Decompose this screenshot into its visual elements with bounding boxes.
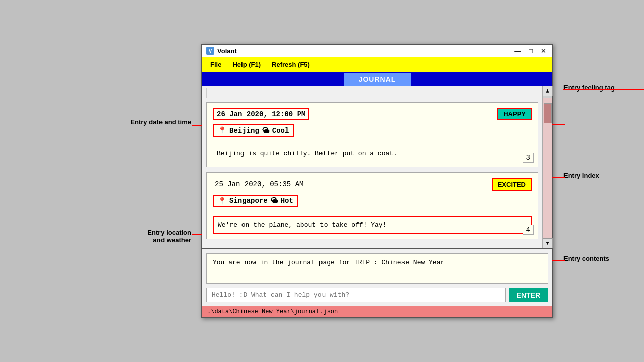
chat-input[interactable] [206,288,506,302]
entry-1-datetime: 26 Jan 2020, 12:00 PM [213,108,309,120]
arrow-date [192,125,202,126]
entry-2-datetime: 25 Jan 2020, 05:35 AM [213,179,305,189]
scroll-down-button[interactable]: ▼ [543,238,553,248]
arrow-location [192,234,202,235]
menu-bar: File Help (F1) Refresh (F5) [202,57,552,73]
entry-card-2: 25 Jan 2020, 05:35 AM EXCITED 📍 Singapor… [206,172,538,240]
close-button[interactable]: ✕ [539,47,548,55]
annotation-contents: Entry contents [564,255,644,262]
menu-help[interactable]: Help (F1) [227,59,266,70]
tab-journal[interactable]: JOURNAL [344,73,412,86]
scrollbar[interactable]: ▲ [542,86,552,98]
status-text: You are now in the journal page for TRIP… [213,259,444,266]
main-window: V Volant — □ ✕ File Help (F1) Refresh (F… [201,44,553,318]
entry-2-header: 25 Jan 2020, 05:35 AM EXCITED [213,178,532,191]
entry-2-feeling: EXCITED [492,178,532,191]
menu-file[interactable]: File [205,59,226,70]
annotation-date-time: Entry date and time [96,118,191,126]
arrow-feeling-h [564,89,644,90]
pin-icon-1: 📍 [218,126,226,135]
annotation-feeling-tag: Entry feeling tag [564,84,644,92]
entry-2-text: We're on the plane, about to take off! Y… [213,216,532,234]
content-area: 26 Jan 2020, 12:00 PM HAPPY 📍 Beijing 🌥 … [202,98,552,248]
scroll-track [543,98,552,238]
app-icon: V [206,47,214,55]
scrollbar-right[interactable]: ▼ [542,98,552,248]
annotation-location: Entry locationand weather [86,229,191,244]
entry-1-location: 📍 Beijing 🌥 Cool [213,124,294,137]
entry-1-location-row: 📍 Beijing 🌥 Cool [213,124,532,141]
path-bar: .\data\Chinese New Year\journal.json [202,306,552,317]
entry-2-location: 📍 Singapore 🌥 Hot [213,195,298,207]
weather-icon-1: 🌥 [262,127,269,135]
scroll-top-bar [206,88,538,98]
entry-1-header: 26 Jan 2020, 12:00 PM HAPPY [213,108,532,120]
entry-2-location-row: 📍 Singapore 🌥 Hot [213,195,532,211]
arrow-index [552,177,565,178]
input-row: ENTER [206,288,548,302]
entries-list: 26 Jan 2020, 12:00 PM HAPPY 📍 Beijing 🌥 … [202,98,542,248]
bottom-section: You are now in the journal page for TRIP… [202,248,552,317]
enter-button[interactable]: ENTER [509,288,548,302]
annotation-index: Entry index [564,172,644,179]
scroll-thumb[interactable] [544,103,552,123]
pin-icon-2: 📍 [218,197,226,205]
menu-refresh[interactable]: Refresh (F5) [267,59,315,70]
entry-2-index: 4 [523,225,534,235]
weather-icon-2: 🌥 [271,197,278,205]
entry-card-1: 26 Jan 2020, 12:00 PM HAPPY 📍 Beijing 🌥 … [206,102,538,167]
minimize-button[interactable]: — [512,47,523,55]
window-title: Volant [217,47,237,55]
title-bar-left: V Volant [206,47,237,55]
entry-1-index: 3 [523,153,534,163]
status-box: You are now in the journal page for TRIP… [206,253,548,284]
maximize-button[interactable]: □ [527,47,535,55]
arrow-contents [552,260,565,261]
window-controls: — □ ✕ [512,47,548,55]
arrow-feeling [552,124,565,125]
file-path: .\data\Chinese New Year\journal.json [207,308,338,315]
scroll-up-button[interactable]: ▲ [543,86,553,96]
entry-1-feeling: HAPPY [497,108,532,120]
title-bar: V Volant — □ ✕ [202,45,552,57]
tab-bar: JOURNAL [202,73,552,86]
entry-1-text: Beijing is quite chilly. Better put on a… [213,146,532,162]
